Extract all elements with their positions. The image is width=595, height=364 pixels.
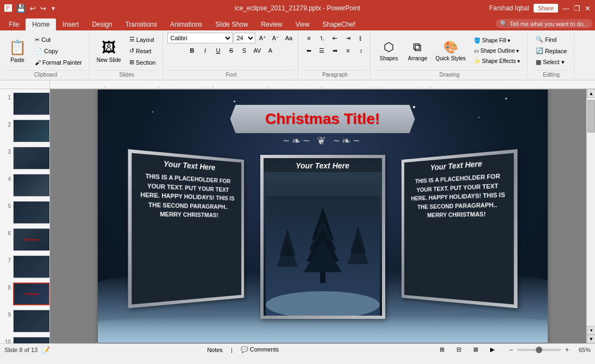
align-left-btn[interactable]: ⬅ [303,45,315,56]
share-button[interactable]: Share [534,4,558,12]
slide-num-1: 1 [3,95,11,101]
slide-canvas[interactable]: Christmas Title! ~❧~ ❦ ~❧~ Your Text Her… [98,90,548,343]
view-slideshow-btn[interactable]: ▶ [486,345,498,354]
find-button[interactable]: 🔍 Find [532,34,571,45]
font-name-select[interactable]: Calibri [167,33,233,43]
slide-thumb-9[interactable]: 9 [2,309,47,334]
columns-button[interactable]: ⫿ [355,33,367,43]
restore-btn[interactable]: ❐ [574,4,580,12]
clear-format-btn[interactable]: Aa [283,33,295,43]
scroll-thumb[interactable] [587,100,595,133]
qat-save[interactable]: 💾 [16,4,26,12]
ribbon-group-editing: 🔍 Find 🔄 Replace ▦ Select ▾ Editing [529,32,574,79]
quick-styles-button[interactable]: 🎨 Quick Styles [433,33,468,69]
underline-button[interactable]: U [212,45,224,56]
font-size-select[interactable]: 24 [234,33,255,43]
qat-redo[interactable]: ↪ [40,4,46,12]
slide-thumb-10[interactable]: 10 [2,336,47,343]
slide-img-3 [13,147,50,170]
view-normal-btn[interactable]: ⊞ [436,345,448,354]
paste-button[interactable]: 📋 Paste [5,33,29,69]
layout-button[interactable]: ☰ Layout [126,34,160,45]
bold-button[interactable]: B [186,45,198,56]
line-spacing-btn[interactable]: ↕ [355,45,367,56]
frame-left[interactable]: Your Text Here THIS IS A PLACEHOLDER FOR… [128,149,244,309]
section-button[interactable]: ⊞ Section [126,57,160,67]
app-icon: 🅿 [4,4,12,12]
italic-button[interactable]: I [199,45,211,56]
replace-button[interactable]: 🔄 Replace [532,46,571,56]
copy-button[interactable]: 📄 Copy [31,46,86,57]
slide-thumb-1[interactable]: 1 [2,91,47,116]
new-slide-button[interactable]: 🖼 New Slide [94,33,124,69]
align-center-btn[interactable]: ☰ [316,45,328,56]
canvas-area: Christmas Title! ~❧~ ❦ ~❧~ Your Text Her… [50,89,595,343]
tab-file[interactable]: File [2,18,26,30]
scroll-bottom-btn[interactable]: ▼ [587,335,595,343]
close-btn[interactable]: ✕ [585,4,591,12]
increase-indent-btn[interactable]: ⇥ [342,33,354,43]
reset-button[interactable]: ↺ Reset [126,46,160,56]
qat-more[interactable]: ▼ [51,5,56,11]
zoom-in-btn[interactable]: + [565,346,569,354]
slide-thumb-5[interactable]: 5 [2,200,47,225]
zoom-level[interactable]: 65% [573,347,591,353]
title-banner: Christmas Title! [230,105,415,133]
qat-undo[interactable]: ↩ [30,4,36,12]
select-button[interactable]: ▦ Select ▾ [532,57,571,67]
tab-view[interactable]: View [289,18,316,30]
user-name: Farshad Iqbal [489,4,529,12]
view-slide-sorter-btn[interactable]: ⊟ [453,345,465,354]
minimize-btn[interactable]: — [562,4,569,12]
scroll-down-btn[interactable]: ▾ [587,326,595,335]
frame-center[interactable]: Your Text Here [260,155,385,319]
arrange-button[interactable]: ⧉ Arrange [404,33,431,69]
tab-design[interactable]: Design [85,18,118,30]
shape-effects-button[interactable]: ✨ Shape Effects ▾ [470,57,524,66]
format-painter-button[interactable]: 🖌 Format Painter [31,58,86,67]
star-2 [234,101,235,102]
vertical-scrollbar[interactable]: ▲ ▾ ▼ [586,89,595,343]
tell-me-box[interactable]: 🔍 Tell me what you want to do... [496,19,593,28]
slide-thumb-7[interactable]: 7 [2,254,47,279]
slide-thumb-3[interactable]: 3 [2,146,47,171]
tab-shapechef[interactable]: ShapeChef [316,18,362,30]
tab-home[interactable]: Home [26,18,56,30]
horizontal-ruler [50,80,595,89]
bullets-button[interactable]: ≡ [303,33,315,43]
decrease-indent-btn[interactable]: ⇤ [329,33,341,43]
shape-fill-button[interactable]: 🪣 Shape Fill ▾ [470,36,524,45]
strikethrough-button[interactable]: S [225,45,237,56]
frame-right[interactable]: Your Text Here THIS IS A PLACEHOLDER FOR… [401,149,517,309]
frame-text-left: THIS IS A PLACEHOLDER FOR YOUR TEXT. PUT… [131,168,241,304]
slide-thumb-8[interactable]: 8 Christmas! [2,281,47,306]
shadow-button[interactable]: S [238,45,250,56]
numbering-button[interactable]: ⒈ [316,33,328,43]
tab-animations[interactable]: Animations [164,18,209,30]
comments-button[interactable]: 💬 Comments [237,345,283,354]
fontcolor-button[interactable]: A [264,45,276,56]
slide-thumb-4[interactable]: 4 [2,173,47,198]
shape-outline-button[interactable]: ▭ Shape Outline ▾ [470,46,524,55]
align-justify-btn[interactable]: ≡ [342,45,354,56]
charspacing-button[interactable]: AV [251,45,263,56]
zoom-out-btn[interactable]: − [509,346,513,354]
tab-review[interactable]: Review [254,18,289,30]
slide-img-2 [13,120,50,142]
zoom-slider[interactable] [517,349,561,351]
scroll-up-btn[interactable]: ▲ [587,89,595,98]
tab-transitions[interactable]: Transitions [119,18,164,30]
font-decrease-btn[interactable]: A⁻ [270,33,281,43]
notes-button[interactable]: Notes [203,346,227,354]
notes-icon: 📝 [42,346,50,354]
cut-button[interactable]: ✂ Cut [31,35,86,45]
shapes-button[interactable]: ⬡ Shapes [375,33,402,69]
view-reading-btn[interactable]: ⊠ [469,345,482,354]
align-right-btn[interactable]: ➡ [329,45,341,56]
tab-insert[interactable]: Insert [56,18,85,30]
tab-slideshow[interactable]: Slide Show [209,18,254,30]
slide-thumb-2[interactable]: 2 [2,118,47,143]
paste-icon: 📋 [9,39,26,56]
slide-thumb-6[interactable]: 6 Christmas [2,227,47,252]
font-increase-btn[interactable]: A⁺ [256,33,268,43]
